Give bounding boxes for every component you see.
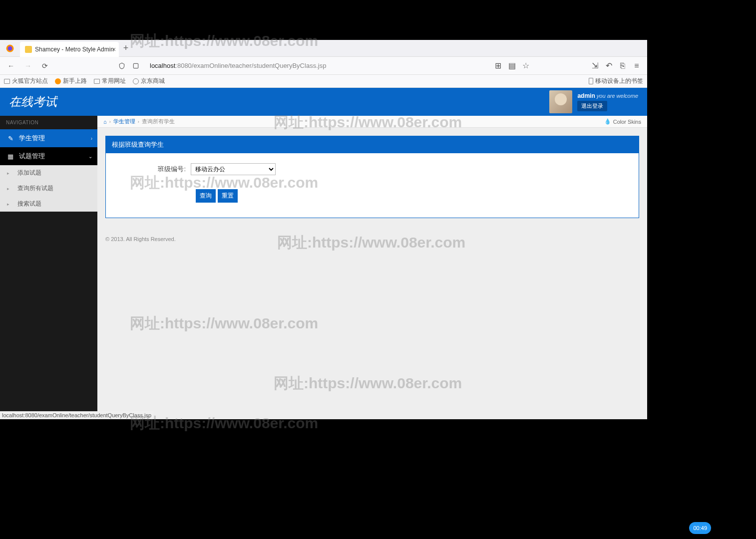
tab-close-icon[interactable]: ×	[112, 45, 116, 53]
logout-button[interactable]: 退出登录	[577, 101, 607, 111]
url-path: :8080/examOnline/teacher/studentQueryByC…	[175, 62, 326, 69]
bookmark-item[interactable]: 火狐官方站点	[4, 77, 48, 85]
sidebar: NAVIGATION ✎ 学生管理 › ▦ 试题管理 ⌄ 添加试题 查询所有试题…	[0, 116, 97, 419]
menu-icon[interactable]: ≡	[632, 61, 641, 70]
breadcrumb-current: 查询所有学生	[142, 118, 175, 125]
folder-icon	[4, 79, 10, 84]
url-input[interactable]: localhost:8080/examOnline/teacher/studen…	[146, 59, 490, 73]
globe-icon	[133, 78, 139, 84]
browser-tab[interactable]: Shamcey - Metro Style Admin ×	[20, 42, 119, 57]
shield-icon[interactable]	[118, 62, 126, 70]
nav-question-mgmt[interactable]: ▦ 试题管理 ⌄	[0, 147, 97, 165]
breadcrumb: ⌂ › 学生管理 › 查询所有学生 💧 Color Skins	[97, 116, 647, 128]
chevron-right-icon: ›	[91, 136, 92, 141]
chevron-right-icon: ›	[138, 119, 139, 124]
bookmark-star-icon[interactable]: ☆	[521, 61, 530, 70]
bookmark-label: 常用网址	[102, 77, 126, 85]
browser-tab-strip: Shamcey - Metro Style Admin × +	[0, 40, 647, 57]
pencil-icon: ✎	[7, 135, 14, 142]
timer-badge: 00:49	[689, 522, 711, 534]
status-bar: localhost:8080/examOnline/teacher/studen…	[0, 411, 153, 419]
breadcrumb-link[interactable]: 学生管理	[113, 118, 135, 125]
app-logo: 在线考试	[9, 94, 57, 110]
subnav-search[interactable]: 搜索试题	[0, 196, 97, 212]
color-skins-button[interactable]: 💧 Color Skins	[604, 118, 641, 125]
briefcase-icon: ▦	[7, 153, 14, 160]
chevron-down-icon: ⌄	[88, 154, 92, 159]
firefox-logo-icon	[3, 41, 17, 55]
bookmark-label: 火狐官方站点	[12, 77, 48, 85]
nav-label: 学生管理	[19, 134, 45, 143]
subnav-label: 添加试题	[17, 169, 41, 177]
query-panel: 根据班级查询学生 班级编号: 移动云办公 查询 重置	[105, 136, 639, 218]
reload-button[interactable]: ⟳	[38, 59, 52, 73]
subnav-label: 搜索试题	[17, 200, 41, 208]
bookmark-label: 京东商城	[141, 77, 165, 85]
main-content: ⌂ › 学生管理 › 查询所有学生 💧 Color Skins 根据班级查询学生	[97, 116, 647, 419]
url-host: localhost	[150, 62, 175, 69]
class-id-label: 班级编号:	[121, 165, 191, 174]
home-icon[interactable]: ⌂	[103, 119, 107, 125]
bookmark-label: 移动设备上的书签	[595, 77, 643, 85]
bookmark-item[interactable]: 常用网址	[94, 77, 126, 85]
reset-button[interactable]: 重置	[218, 189, 238, 203]
library-icon[interactable]: ⎘	[618, 61, 627, 70]
info-icon[interactable]	[132, 62, 140, 70]
subnav-label: 查询所有试题	[17, 184, 53, 193]
bookmark-item[interactable]: 新手上路	[55, 77, 87, 85]
bookmark-label: 新手上路	[63, 77, 87, 85]
new-tab-button[interactable]: +	[119, 41, 133, 55]
firefox-icon	[55, 78, 61, 84]
class-select[interactable]: 移动云办公	[191, 163, 276, 175]
nav-section-title: NAVIGATION	[0, 116, 97, 129]
tab-favicon-icon	[25, 46, 32, 53]
app-header: 在线考试 admin you are welcome 退出登录	[0, 88, 647, 116]
nav-student-mgmt[interactable]: ✎ 学生管理 ›	[0, 129, 97, 147]
svg-point-1	[8, 46, 12, 50]
extensions-icon[interactable]: ⇲	[590, 61, 599, 70]
qr-icon[interactable]: ⊞	[493, 61, 502, 70]
folder-icon	[94, 79, 100, 84]
panel-title: 根据班级查询学生	[106, 136, 639, 153]
footer-copyright: © 2013. All Rights Reserved.	[97, 226, 647, 252]
bookmark-item[interactable]: 京东商城	[133, 77, 165, 85]
chevron-right-icon: ›	[109, 119, 111, 124]
tab-title: Shamcey - Metro Style Admin	[35, 46, 114, 53]
avatar[interactable]	[549, 90, 572, 113]
color-skins-label: Color Skins	[613, 119, 641, 125]
subnav-add-question[interactable]: 添加试题	[0, 165, 97, 181]
nav-label: 试题管理	[19, 152, 45, 161]
query-button[interactable]: 查询	[196, 189, 216, 203]
svg-rect-2	[133, 63, 138, 68]
droplet-icon: 💧	[604, 118, 611, 125]
account-icon[interactable]: ↶	[604, 61, 613, 70]
forward-button[interactable]: →	[21, 59, 35, 73]
reader-icon[interactable]: ▤	[507, 61, 516, 70]
url-bar: ← → ⟳ localhost:8080/examOnline/teacher/…	[0, 57, 647, 75]
back-button[interactable]: ←	[4, 59, 18, 73]
bookmarks-bar: 火狐官方站点 新手上路 常用网址 京东商城 移动设备上的书签	[0, 75, 647, 88]
subnav-query-all[interactable]: 查询所有试题	[0, 181, 97, 196]
user-info: admin you are welcome 退出登录	[577, 92, 638, 111]
bookmark-mobile[interactable]: 移动设备上的书签	[589, 77, 643, 85]
username: admin	[577, 92, 595, 99]
welcome-text: you are welcome	[597, 93, 638, 99]
mobile-icon	[589, 78, 593, 84]
